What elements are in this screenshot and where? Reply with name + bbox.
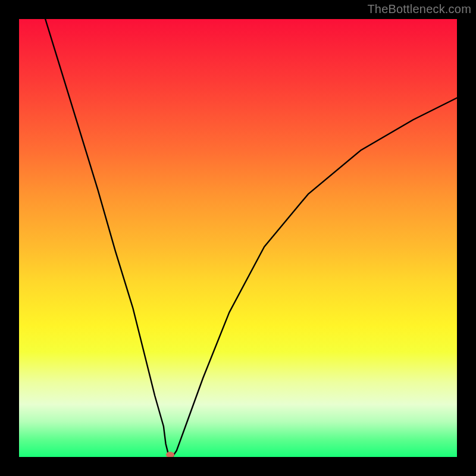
chart-frame: TheBottleneck.com [0,0,476,476]
bottleneck-curve [45,19,457,457]
chart-svg [19,19,457,457]
watermark-text: TheBottleneck.com [367,2,471,16]
plot-area [19,19,457,457]
